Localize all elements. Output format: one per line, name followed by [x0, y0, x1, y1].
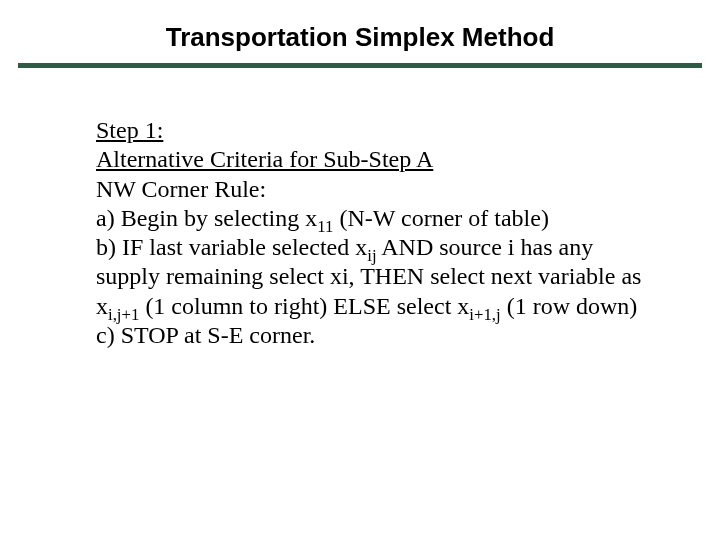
item-a-suffix: (N-W corner of table) [333, 205, 548, 231]
item-b-mid2: (1 column to right) ELSE select x [139, 293, 469, 319]
title-underline [18, 63, 702, 68]
alt-criteria-text: Alternative Criteria for Sub-Step A [96, 146, 433, 172]
slide-title: Transportation Simplex Method [0, 0, 720, 63]
slide: Transportation Simplex Method Step 1: Al… [0, 0, 720, 540]
alt-criteria-heading: Alternative Criteria for Sub-Step A [96, 145, 650, 174]
item-b-suffix: (1 row down) [501, 293, 638, 319]
item-b-prefix: b) IF last variable selected x [96, 234, 367, 260]
item-b-sub1: ij [367, 246, 376, 265]
step-label: Step 1: [96, 117, 163, 143]
step-heading: Step 1: [96, 116, 650, 145]
nw-rule-line: NW Corner Rule: [96, 175, 650, 204]
item-b: b) IF last variable selected xij AND sou… [96, 233, 650, 321]
slide-body: Step 1: Alternative Criteria for Sub-Ste… [96, 116, 650, 350]
item-a: a) Begin by selecting x11 (N-W corner of… [96, 204, 650, 233]
item-a-prefix: a) Begin by selecting x [96, 205, 317, 231]
item-c: c) STOP at S-E corner. [96, 321, 650, 350]
item-b-sub3: i+1,j [469, 304, 500, 323]
